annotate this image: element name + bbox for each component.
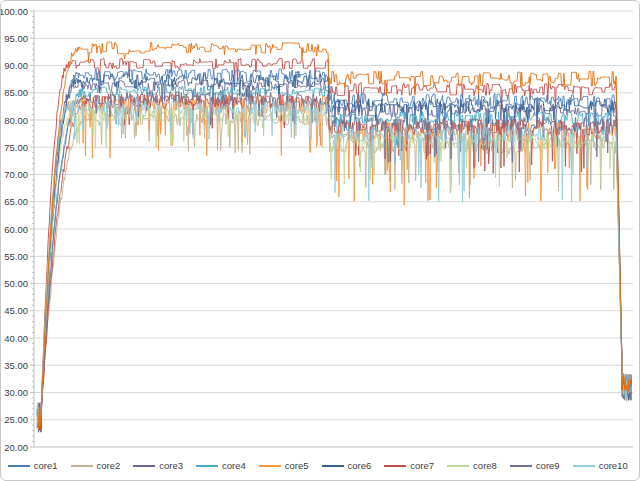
legend-item-core10: core10 (573, 459, 628, 473)
legend-marker-core3 (133, 465, 155, 467)
legend-item-core8: core8 (447, 459, 497, 473)
legend-item-core2: core2 (71, 459, 121, 473)
legend-item-core9: core9 (510, 459, 560, 473)
legend-item-core5: core5 (259, 459, 309, 473)
y-axis-label: 75.00 (4, 142, 28, 153)
legend-label: core1 (34, 459, 58, 473)
legend-label: core2 (97, 459, 121, 473)
legend-marker-core5 (259, 465, 281, 467)
y-axis-label: 60.00 (4, 224, 28, 235)
legend-marker-core9 (510, 465, 532, 467)
y-axis-label: 100.00 (1, 6, 28, 17)
y-axis-label: 70.00 (4, 169, 28, 180)
y-axis-label: 35.00 (4, 360, 28, 371)
legend-item-core3: core3 (133, 459, 183, 473)
legend-label: core10 (599, 459, 628, 473)
legend-label: core3 (159, 459, 183, 473)
legend-label: core8 (473, 459, 497, 473)
legend-label: core4 (222, 459, 246, 473)
legend-marker-core4 (196, 465, 218, 467)
legend-marker-core1 (8, 465, 30, 467)
legend-label: core7 (410, 459, 434, 473)
legend-marker-core6 (322, 465, 344, 467)
legend-marker-core10 (573, 465, 595, 467)
legend-label: core5 (285, 459, 309, 473)
y-axis-label: 30.00 (4, 387, 28, 398)
y-axis-label: 90.00 (4, 60, 28, 71)
legend-item-core7: core7 (384, 459, 434, 473)
legend: core0core1core2core3core4core5core6core7… (1, 459, 639, 473)
line-chart: 100.0095.0090.0085.0080.0075.0070.0065.0… (1, 1, 640, 460)
y-axis-label: 20.00 (4, 442, 28, 453)
y-axis-label: 95.00 (4, 33, 28, 44)
legend-marker-core2 (71, 465, 93, 467)
chart-frame: 100.0095.0090.0085.0080.0075.0070.0065.0… (0, 0, 640, 481)
legend-marker-core7 (384, 465, 406, 467)
y-axis-label: 65.00 (4, 196, 28, 207)
y-axis-label: 40.00 (4, 333, 28, 344)
y-axis-label: 45.00 (4, 305, 28, 316)
y-axis-label: 25.00 (4, 414, 28, 425)
legend-marker-core8 (447, 465, 469, 467)
legend-label: core6 (348, 459, 372, 473)
y-axis-label: 80.00 (4, 115, 28, 126)
legend-item-core6: core6 (322, 459, 372, 473)
legend-item-core1: core1 (8, 459, 58, 473)
y-axis-label: 50.00 (4, 278, 28, 289)
y-axis-label: 55.00 (4, 251, 28, 262)
y-axis-label: 85.00 (4, 87, 28, 98)
legend-item-core4: core4 (196, 459, 246, 473)
legend-label: core9 (536, 459, 560, 473)
